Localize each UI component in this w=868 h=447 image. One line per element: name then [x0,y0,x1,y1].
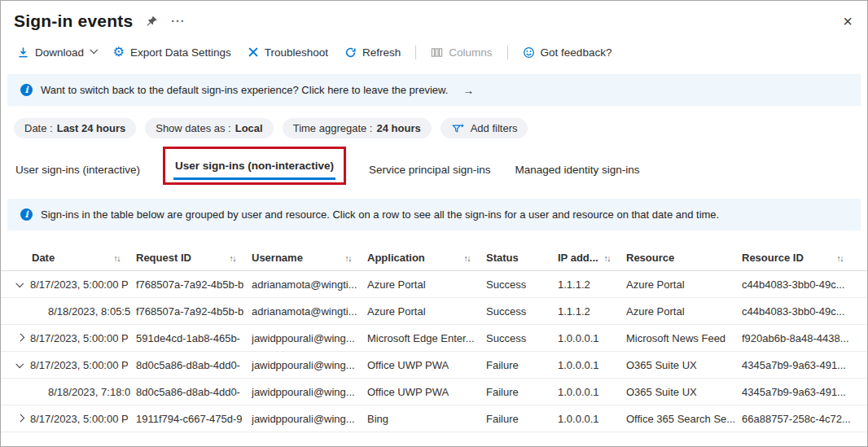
cell-status: Failure [486,386,558,398]
column-label: Request ID [136,252,191,264]
cell-resource: Azure Portal [626,278,742,291]
cell-text: Azure Portal [626,278,685,291]
cell-text: jawidppourali@wing... [252,413,355,425]
cell-text: 1.0.0.0.1 [558,359,599,371]
more-options-icon[interactable]: ··· [171,15,185,28]
chevron-right-icon[interactable] [14,416,25,422]
cell-application: Azure Portal [367,278,486,291]
cell-text: 1.0.0.0.1 [558,413,599,425]
column-header-ip-address[interactable]: IP add... ↑↓ [558,252,626,264]
cell-text: f768507a-7a92-4b5b-b [136,305,243,318]
cell-text: Azure Portal [367,278,426,291]
add-filters-button[interactable]: Add filters [441,118,528,138]
column-header-username[interactable]: Username ↑↓ [252,252,367,264]
download-label: Download [35,46,84,59]
sort-icon[interactable]: ↑↓ [604,253,611,263]
table-row[interactable]: 8/17/2023, 5:00:00 P 8d0c5a86-d8ab-4dd0-… [1,352,867,379]
cell-date: 8/17/2023, 5:00:00 P [14,413,136,425]
close-icon[interactable]: × [843,13,853,29]
cell-text: jawidppourali@wing... [252,386,355,398]
column-header-status[interactable]: Status [486,252,558,264]
sort-icon[interactable]: ↑↓ [345,253,352,263]
chevron-down-icon[interactable] [14,282,25,287]
tab-user-signins-interactive[interactable]: User sign-ins (interactive) [14,155,142,184]
cell-text: 8/18/2023, 8:05:5 [30,305,130,318]
cell-date: 8/17/2023, 5:00:00 P [14,332,136,344]
arrow-right-icon[interactable]: → [462,84,474,97]
cell-text: Success [486,305,526,318]
cell-username: jawidppourali@wing... [252,359,367,371]
chevron-right-icon[interactable] [14,335,25,341]
cell-username: jawidppourali@wing... [252,386,367,398]
sort-icon[interactable]: ↑↓ [114,253,121,263]
column-label: Resource ID [742,252,804,264]
cell-application: Bing [367,413,486,425]
cell-text: Office UWP PWA [367,359,449,371]
table-header: Date ↑↓ Request ID ↑↓ Username ↑↓ Applic… [1,245,867,271]
column-header-resource-id[interactable]: Resource ID ↑↓ [742,252,859,264]
filter-value: 24 hours [376,122,420,134]
table-row[interactable]: 8/18/2023, 7:18:0 8d0c5a86-d8ab-4dd0- ja… [1,379,867,405]
cell-resource: O365 Suite UX [626,359,742,371]
table-row[interactable]: 8/17/2023, 5:00:00 P f768507a-7a92-4b5b-… [1,271,867,298]
feedback-button[interactable]: Got feedback? [515,42,620,63]
feedback-label: Got feedback? [541,46,612,59]
tab-managed-identity-signins[interactable]: Managed identity sign-ins [513,155,641,184]
filter-label: Date : [24,122,53,134]
download-button[interactable]: Download [9,42,105,63]
filter-pill-date[interactable]: Date : Last 24 hours [14,118,136,138]
column-header-date[interactable]: Date ↑↓ [14,252,136,264]
gear-icon: ⚙ [113,46,125,59]
pin-icon[interactable] [146,15,158,28]
grouping-banner: i Sign-ins in the table below are groupe… [7,199,861,230]
chevron-down-icon [90,46,98,53]
table-body: 8/17/2023, 5:00:00 P f768507a-7a92-4b5b-… [1,271,867,432]
tab-service-principal-signins[interactable]: Service principal sign-ins [367,155,492,184]
table-row[interactable]: 8/17/2023, 5:00:00 P 1911f794-c667-475d-… [1,405,867,432]
cell-resource-id: 4345a7b9-9a63-491... [742,386,859,398]
cell-text: 66a88757-258c-4c72... [742,413,851,425]
cell-resource-id: c44b4083-3bb0-49c... [742,278,859,291]
cell-request-id: 1911f794-c667-475d-9 [136,413,252,425]
table-row[interactable]: 8/17/2023, 5:00:00 P 591de4cd-1ab8-465b-… [1,325,867,352]
tab-user-signins-non-interactive[interactable]: User sign-ins (non-interactive) [173,151,335,180]
sort-icon[interactable]: ↑↓ [464,253,471,263]
cell-text: Failure [486,386,519,398]
sort-icon[interactable]: ↑↓ [837,253,844,263]
column-header-resource[interactable]: Resource [626,252,742,264]
cell-status: Failure [486,413,558,425]
filter-pill-time-aggregate[interactable]: Time aggregate : 24 hours [283,118,432,138]
cell-application: Azure Portal [367,305,486,318]
troubleshoot-button[interactable]: Troubleshoot [239,42,336,63]
column-label: Date [32,252,55,264]
cell-ip-address: 1.0.0.0.1 [558,413,626,425]
cell-username: adrianamota@wingti... [252,305,367,318]
sort-icon[interactable]: ↑↓ [230,253,236,263]
export-data-settings-button[interactable]: ⚙ Export Data Settings [105,42,239,63]
filter-value: Last 24 hours [57,122,126,134]
column-header-request-id[interactable]: Request ID ↑↓ [136,252,252,264]
cell-text: Success [486,332,526,344]
column-label: Application [367,252,425,264]
table-row[interactable]: 8/18/2023, 8:05:5 f768507a-7a92-4b5b-b a… [1,298,867,325]
cell-text: 8/17/2023, 5:00:00 P [30,278,129,291]
filter-label: Time aggregate : [293,122,373,134]
filter-bar: Date : Last 24 hours Show dates as : Loc… [1,106,867,145]
cell-request-id: f768507a-7a92-4b5b-b [136,305,252,318]
cell-text: Azure Portal [367,305,426,318]
cell-date: 8/18/2023, 8:05:5 [14,305,136,318]
cell-text: jawidppourali@wing... [252,332,355,344]
refresh-label: Refresh [362,46,401,59]
column-header-application[interactable]: Application ↑↓ [367,252,486,264]
preview-banner-text[interactable]: Want to switch back to the default sign-… [41,84,448,96]
page-title: Sign-in events [14,11,133,31]
refresh-button[interactable]: Refresh [336,42,409,63]
cell-text: Microsoft Edge Enter... [367,332,475,344]
filter-pill-show-dates-as[interactable]: Show dates as : Local [145,118,273,138]
grouping-banner-text: Sign-ins in the table below are grouped … [41,208,719,221]
chevron-down-icon[interactable] [14,362,25,368]
signins-table: Date ↑↓ Request ID ↑↓ Username ↑↓ Applic… [1,245,867,432]
columns-button[interactable]: Columns [423,42,500,63]
column-label: IP add... [558,252,598,264]
troubleshoot-icon [248,46,259,58]
